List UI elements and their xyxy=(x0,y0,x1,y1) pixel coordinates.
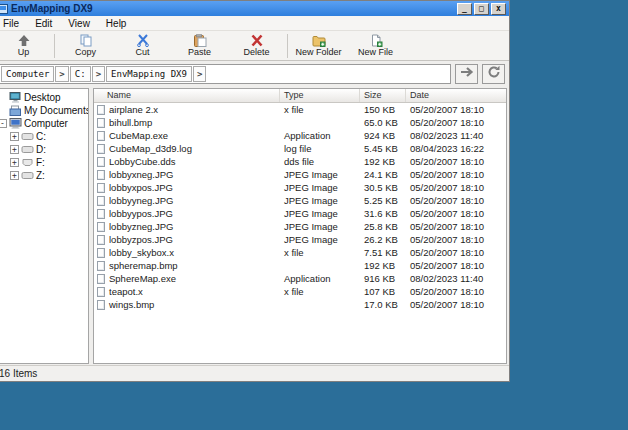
up-arrow-icon xyxy=(17,34,31,47)
app-icon xyxy=(0,4,8,14)
file-name: lobbyxpos.JPG xyxy=(109,182,173,193)
desktop-icon xyxy=(9,92,22,103)
expand-icon[interactable]: + xyxy=(10,158,19,167)
file-name-cell: CubeMap.exe xyxy=(94,130,280,141)
tree-item-drive-d[interactable]: + D: xyxy=(0,143,88,156)
expand-icon[interactable]: + xyxy=(10,132,19,141)
copy-button[interactable]: Copy xyxy=(57,32,114,60)
close-button[interactable]: x xyxy=(491,3,506,15)
table-row[interactable]: lobby_skybox.x x file 7.51 KB 05/20/2007… xyxy=(94,246,506,259)
table-row[interactable]: CubeMap.exe Application 924 KB 08/02/202… xyxy=(94,129,506,142)
cut-button[interactable]: Cut xyxy=(114,32,171,60)
expand-icon[interactable]: + xyxy=(10,145,19,154)
file-size-cell: 150 KB xyxy=(360,104,406,115)
tree-item-computer[interactable]: - Computer xyxy=(0,117,88,130)
file-size-cell: 65.0 KB xyxy=(360,117,406,128)
breadcrumb-envmapping-dx9[interactable]: EnvMapping DX9 xyxy=(106,66,192,82)
column-header-size[interactable]: Size xyxy=(360,89,406,102)
file-name: lobbyypos.JPG xyxy=(109,208,173,219)
tree-item-drive-z[interactable]: + Z: xyxy=(0,169,88,182)
file-type-cell: JPEG Image xyxy=(280,182,360,193)
menu-edit[interactable]: Edit xyxy=(27,18,60,29)
file-name: lobbyxneg.JPG xyxy=(109,169,173,180)
breadcrumb-computer[interactable]: Computer xyxy=(1,66,54,82)
file-size-cell: 7.51 KB xyxy=(360,247,406,258)
file-name-cell: SphereMap.exe xyxy=(94,273,280,284)
file-size-cell: 916 KB xyxy=(360,273,406,284)
drive-icon xyxy=(21,157,34,168)
expand-icon[interactable]: + xyxy=(10,171,19,180)
file-icon xyxy=(97,144,105,154)
table-row[interactable]: SphereMap.exe Application 916 KB 08/02/2… xyxy=(94,272,506,285)
toolbar: Up Copy Cut xyxy=(0,31,509,61)
chevron-right-icon[interactable]: > xyxy=(92,66,105,82)
table-row[interactable]: lobbyypos.JPG JPEG Image 31.6 KB 05/20/2… xyxy=(94,207,506,220)
file-name: spheremap.bmp xyxy=(109,260,178,271)
table-row[interactable]: lobbyyneg.JPG JPEG Image 5.25 KB 05/20/2… xyxy=(94,194,506,207)
chevron-right-icon[interactable]: > xyxy=(55,66,68,82)
table-row[interactable]: lobbyxneg.JPG JPEG Image 24.1 KB 05/20/2… xyxy=(94,168,506,181)
table-row[interactable]: airplane 2.x x file 150 KB 05/20/2007 18… xyxy=(94,103,506,116)
up-button[interactable]: Up xyxy=(0,32,52,60)
file-type-cell: JPEG Image xyxy=(280,169,360,180)
menu-view[interactable]: View xyxy=(60,18,98,29)
table-row[interactable]: wings.bmp 17.0 KB 05/20/2007 18:10 xyxy=(94,298,506,311)
file-name-cell: lobbyyneg.JPG xyxy=(94,195,280,206)
delete-button[interactable]: Delete xyxy=(228,32,285,60)
file-name: lobbyyneg.JPG xyxy=(109,195,173,206)
menu-help[interactable]: Help xyxy=(98,18,135,29)
file-name-cell: teapot.x xyxy=(94,286,280,297)
file-name: bihull.bmp xyxy=(109,117,152,128)
tree-item-my-documents[interactable]: My Documents xyxy=(0,104,88,117)
file-name: LobbyCube.dds xyxy=(109,156,176,167)
file-icon xyxy=(97,157,105,167)
table-row[interactable]: LobbyCube.dds dds file 192 KB 05/20/2007… xyxy=(94,155,506,168)
file-name-cell: wings.bmp xyxy=(94,299,280,310)
menu-bar: File Edit View Help xyxy=(0,16,509,31)
file-name-cell: lobbyypos.JPG xyxy=(94,208,280,219)
breadcrumb[interactable]: Computer > C: > EnvMapping DX9 > xyxy=(0,64,451,84)
collapse-expander-icon[interactable]: - xyxy=(0,119,7,128)
tree-item-drive-c[interactable]: + C: xyxy=(0,130,88,143)
go-button[interactable] xyxy=(455,64,478,84)
file-size-cell: 924 KB xyxy=(360,130,406,141)
file-date-cell: 05/20/2007 18:10 xyxy=(406,260,506,271)
file-name: lobbyzpos.JPG xyxy=(109,234,173,245)
new-file-icon xyxy=(369,34,383,47)
refresh-button[interactable] xyxy=(482,64,505,84)
table-row[interactable]: lobbyzneg.JPG JPEG Image 25.8 KB 05/20/2… xyxy=(94,220,506,233)
table-row[interactable]: spheremap.bmp 192 KB 05/20/2007 18:10 xyxy=(94,259,506,272)
column-header-type[interactable]: Type xyxy=(280,89,360,102)
file-icon xyxy=(97,105,105,115)
toolbar-separator xyxy=(54,34,55,58)
table-row[interactable]: CubeMap_d3d9.log log file 5.45 KB 08/04/… xyxy=(94,142,506,155)
column-header-name[interactable]: Name xyxy=(94,89,280,102)
file-name: CubeMap.exe xyxy=(109,130,168,141)
maximize-button[interactable]: □ xyxy=(474,3,489,15)
folder-tree: Desktop My Documents - xyxy=(0,88,89,364)
file-date-cell: 05/20/2007 18:10 xyxy=(406,169,506,180)
tree-item-drive-f[interactable]: + F: xyxy=(0,156,88,169)
new-file-button[interactable]: New File xyxy=(347,32,404,60)
table-row[interactable]: lobbyxpos.JPG JPEG Image 30.5 KB 05/20/2… xyxy=(94,181,506,194)
drive-icon xyxy=(21,170,34,181)
menu-file[interactable]: File xyxy=(0,18,27,29)
item-count: 16 Items xyxy=(0,368,37,379)
file-date-cell: 08/02/2023 11:40 xyxy=(406,130,506,141)
table-row[interactable]: lobbyzpos.JPG JPEG Image 26.2 KB 05/20/2… xyxy=(94,233,506,246)
file-type-cell: x file xyxy=(280,286,360,297)
minimize-button[interactable]: _ xyxy=(457,3,472,15)
tree-item-desktop[interactable]: Desktop xyxy=(0,91,88,104)
table-row[interactable]: bihull.bmp 65.0 KB 05/20/2007 18:10 xyxy=(94,116,506,129)
file-name-cell: lobby_skybox.x xyxy=(94,247,280,258)
breadcrumb-c-drive[interactable]: C: xyxy=(70,66,91,82)
file-date-cell: 05/20/2007 18:10 xyxy=(406,117,506,128)
file-type-cell: Application xyxy=(280,130,360,141)
paste-button[interactable]: Paste xyxy=(171,32,228,60)
column-header-date[interactable]: Date xyxy=(406,89,506,102)
table-row[interactable]: teapot.x x file 107 KB 05/20/2007 18:10 xyxy=(94,285,506,298)
address-bar: Computer > C: > EnvMapping DX9 > xyxy=(0,61,509,87)
new-folder-button[interactable]: New Folder xyxy=(290,32,347,60)
file-type-cell: x file xyxy=(280,247,360,258)
chevron-right-icon[interactable]: > xyxy=(193,66,206,82)
